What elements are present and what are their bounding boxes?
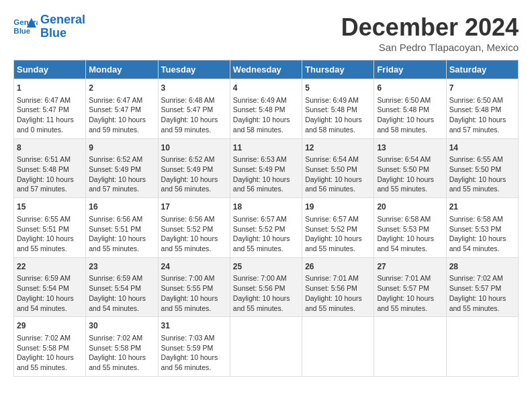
day-number: 30 [89, 320, 154, 332]
svg-text:Blue: Blue [13, 27, 30, 35]
calendar-cell: 9Sunrise: 6:52 AMSunset: 5:49 PMDaylight… [86, 138, 158, 198]
day-number: 15 [17, 201, 83, 213]
day-info-line: Sunrise: 6:58 AM [449, 214, 515, 224]
day-info-line: Daylight: 10 hours [305, 115, 371, 125]
day-info-line: Daylight: 10 hours [233, 115, 299, 125]
day-info-line: and 55 minutes. [377, 184, 443, 194]
day-number: 21 [449, 201, 515, 213]
day-number: 27 [377, 261, 443, 273]
day-info-line: Sunset: 5:48 PM [305, 105, 371, 115]
day-info-line: Daylight: 10 hours [449, 175, 515, 185]
day-info-line: Sunrise: 6:50 AM [377, 95, 443, 105]
day-info-line: Sunset: 5:47 PM [17, 105, 83, 115]
day-number: 2 [89, 83, 154, 94]
day-info-line: Sunset: 5:52 PM [161, 224, 227, 234]
calendar-cell: 29Sunrise: 7:02 AMSunset: 5:58 PMDayligh… [14, 317, 86, 377]
day-info-line: Sunset: 5:48 PM [449, 105, 515, 115]
title-area: December 2024 San Pedro Tlapacoyan, Mexi… [341, 13, 519, 53]
day-info-line: and 56 minutes. [305, 184, 371, 194]
day-info-line: Sunset: 5:47 PM [89, 105, 154, 115]
weekday-header-friday: Friday [374, 60, 446, 79]
calendar-cell [374, 317, 446, 377]
day-info-line: Sunset: 5:50 PM [449, 165, 515, 175]
day-info-line: Daylight: 10 hours [161, 115, 227, 125]
calendar-cell: 22Sunrise: 6:59 AMSunset: 5:54 PMDayligh… [14, 257, 86, 317]
calendar-week-row: 29Sunrise: 7:02 AMSunset: 5:58 PMDayligh… [14, 317, 519, 377]
day-info-line: and 58 minutes. [233, 125, 299, 135]
day-info-line: Daylight: 10 hours [233, 293, 299, 304]
day-number: 6 [377, 83, 443, 94]
day-info-line: Sunrise: 6:55 AM [449, 154, 515, 165]
day-info-line: Sunrise: 7:00 AM [233, 273, 299, 283]
day-number: 25 [233, 261, 299, 273]
day-info-line: and 55 minutes. [17, 363, 83, 373]
calendar-cell: 15Sunrise: 6:55 AMSunset: 5:51 PMDayligh… [14, 198, 86, 258]
day-info-line: and 55 minutes. [89, 363, 154, 373]
logo: General Blue General Blue [13, 13, 85, 40]
day-number: 11 [233, 142, 299, 154]
day-info-line: Daylight: 10 hours [305, 234, 371, 244]
calendar-cell: 17Sunrise: 6:56 AMSunset: 5:52 PMDayligh… [158, 198, 230, 258]
calendar-cell: 16Sunrise: 6:56 AMSunset: 5:51 PMDayligh… [86, 198, 158, 258]
day-info-line: and 55 minutes. [233, 244, 299, 254]
day-info-line: and 58 minutes. [377, 125, 443, 135]
calendar-cell: 31Sunrise: 7:03 AMSunset: 5:59 PMDayligh… [158, 317, 230, 377]
logo-text: General Blue [40, 13, 85, 40]
day-info-line: and 54 minutes. [17, 304, 83, 314]
day-info-line: and 55 minutes. [17, 244, 83, 254]
day-number: 12 [305, 142, 371, 154]
day-info-line: Sunrise: 7:00 AM [161, 273, 227, 283]
day-info-line: Sunrise: 6:47 AM [89, 95, 154, 105]
day-info-line: Sunrise: 6:55 AM [17, 214, 83, 224]
header: General Blue General Blue December 2024 … [13, 13, 519, 53]
day-number: 1 [17, 83, 83, 94]
day-info-line: Sunrise: 6:59 AM [89, 273, 154, 283]
day-info-line: and 55 minutes. [89, 244, 154, 254]
weekday-header-saturday: Saturday [446, 60, 518, 79]
day-info-line: Sunset: 5:49 PM [233, 165, 299, 175]
calendar-cell: 30Sunrise: 7:02 AMSunset: 5:58 PMDayligh… [86, 317, 158, 377]
day-info-line: and 55 minutes. [449, 184, 515, 194]
day-info-line: Sunrise: 6:52 AM [161, 154, 227, 165]
day-info-line: Sunset: 5:56 PM [305, 283, 371, 293]
day-info-line: Sunset: 5:52 PM [233, 224, 299, 234]
day-number: 29 [17, 320, 83, 332]
day-info-line: and 55 minutes. [377, 304, 443, 314]
day-info-line: Daylight: 10 hours [233, 175, 299, 185]
day-number: 23 [89, 261, 154, 273]
day-info-line: Sunset: 5:51 PM [89, 224, 154, 234]
day-number: 22 [17, 261, 83, 273]
day-info-line: Sunrise: 7:02 AM [449, 273, 515, 283]
day-info-line: Sunrise: 6:58 AM [377, 214, 443, 224]
day-number: 31 [161, 320, 227, 332]
day-info-line: Daylight: 10 hours [17, 293, 83, 304]
day-info-line: and 54 minutes. [89, 304, 154, 314]
day-info-line: Daylight: 10 hours [449, 234, 515, 244]
day-info-line: Sunset: 5:59 PM [161, 343, 227, 353]
calendar-cell: 10Sunrise: 6:52 AMSunset: 5:49 PMDayligh… [158, 138, 230, 198]
day-info-line: Sunset: 5:48 PM [233, 105, 299, 115]
calendar-week-row: 15Sunrise: 6:55 AMSunset: 5:51 PMDayligh… [14, 198, 519, 258]
day-info-line: and 54 minutes. [449, 244, 515, 254]
day-info-line: Daylight: 10 hours [377, 234, 443, 244]
day-info-line: Sunrise: 6:57 AM [305, 214, 371, 224]
weekday-header-row: SundayMondayTuesdayWednesdayThursdayFrid… [14, 60, 519, 79]
weekday-header-wednesday: Wednesday [230, 60, 302, 79]
day-info-line: Sunrise: 6:49 AM [233, 95, 299, 105]
day-info-line: Sunset: 5:58 PM [89, 343, 154, 353]
day-info-line: Sunrise: 6:59 AM [17, 273, 83, 283]
day-info-line: Sunrise: 6:49 AM [305, 95, 371, 105]
calendar-cell: 6Sunrise: 6:50 AMSunset: 5:48 PMDaylight… [374, 79, 446, 139]
calendar-cell [446, 317, 518, 377]
day-info-line: Sunset: 5:48 PM [17, 165, 83, 175]
day-info-line: and 55 minutes. [305, 304, 371, 314]
day-info-line: Sunset: 5:55 PM [161, 283, 227, 293]
calendar-cell: 11Sunrise: 6:53 AMSunset: 5:49 PMDayligh… [230, 138, 302, 198]
day-number: 4 [233, 83, 299, 94]
day-info-line: Sunrise: 6:57 AM [233, 214, 299, 224]
day-info-line: Daylight: 10 hours [305, 293, 371, 304]
calendar-cell: 8Sunrise: 6:51 AMSunset: 5:48 PMDaylight… [14, 138, 86, 198]
day-info-line: and 57 minutes. [449, 125, 515, 135]
calendar-cell: 20Sunrise: 6:58 AMSunset: 5:53 PMDayligh… [374, 198, 446, 258]
calendar-table: SundayMondayTuesdayWednesdayThursdayFrid… [13, 60, 519, 377]
